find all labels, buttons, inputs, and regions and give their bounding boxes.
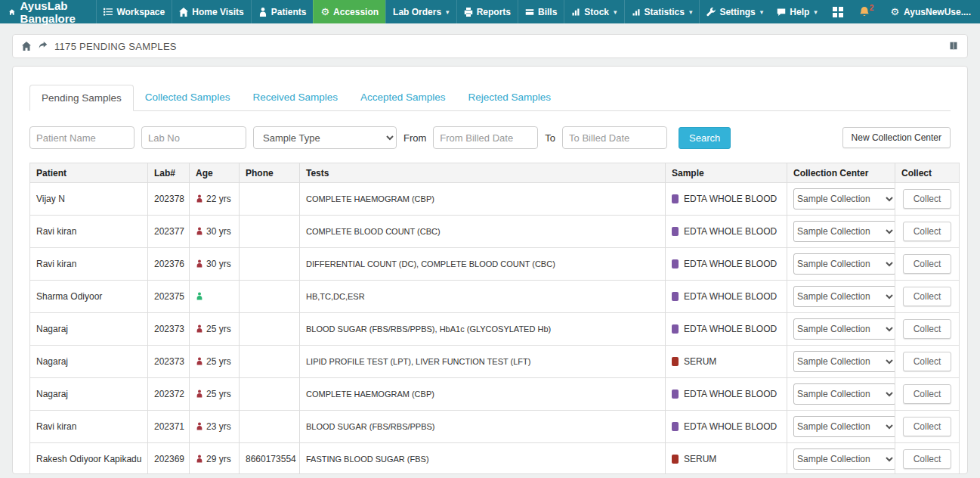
gender-icon [196,194,203,203]
sample-cell: EDTA WHOLE BLOOD [666,378,787,411]
tests-cell: COMPLETE HAEMOGRAM (CBP) [300,183,666,216]
sample-type-icon [672,227,679,236]
table-header: Patient Lab# Age Phone Tests Sample Coll… [30,163,960,183]
nav-item-home-visits[interactable]: Home Visits [172,0,250,23]
share-arrow-icon [39,42,48,51]
chat-icon [777,8,786,17]
bar-chart-icon [571,8,580,17]
lab-cell: 202378 [148,183,190,216]
nav-item-label: Accession [333,7,379,17]
gender-icon [196,226,203,236]
nav-item-label: Home Visits [192,7,243,17]
new-collection-center-button[interactable]: New Collection Center [842,127,951,148]
tests-cell: HB,TC,DC,ESR [300,281,666,313]
table-row: Nagaraj 202372 25 yrs COMPLETE HAEMOGRAM… [30,378,960,411]
help-menu[interactable]: Help ▾ [770,7,824,17]
from-billed-date-input[interactable] [433,126,538,149]
top-navbar: AyusLab Bangalore Workspace Home Visits … [0,0,980,23]
collection-center-select[interactable]: Sample Collection [793,383,895,405]
nav-item-patients[interactable]: Patients [251,0,314,23]
collection-center-select[interactable]: Sample Collection [793,286,895,307]
collection-center-select[interactable]: Sample Collection [793,449,895,470]
nav-item-workspace[interactable]: Workspace [96,0,172,23]
collect-button[interactable]: Collect [903,222,952,241]
gear-icon: ⚙ [890,7,899,17]
sample-cell: EDTA WHOLE BLOOD [666,281,787,313]
notification-count-badge: 2 [870,4,874,12]
table-row: Rakesh Odiyoor Kapikadu 202369 29 yrs 86… [30,443,960,475]
nav-item-label: Reports [477,7,511,17]
table-row: Nagaraj 202373 25 yrs BLOOD SUGAR (FBS/R… [30,313,960,346]
collection-center-select[interactable]: Sample Collection [793,221,895,242]
collect-button[interactable]: Collect [903,287,952,306]
sample-cell: EDTA WHOLE BLOOD [666,216,787,248]
to-billed-date-input[interactable] [562,126,667,149]
collection-center-select[interactable]: Sample Collection [793,416,895,437]
collection-center-cell: Sample Collection [787,313,895,346]
nav-menu: Workspace Home Visits Patients ⚙ Accessi… [96,0,770,23]
collection-center-select[interactable]: Sample Collection [793,253,895,275]
collection-center-select[interactable]: Sample Collection [793,318,895,340]
caret-down-icon: ▾ [614,8,617,16]
collection-center-select[interactable]: Sample Collection [793,188,895,210]
col-collection-center: Collection Center [787,163,895,183]
search-button[interactable]: Search [679,127,731,149]
tab-rejected-samples[interactable]: Rejected Samples [457,85,563,111]
collection-center-select[interactable]: Sample Collection [793,351,895,372]
collection-center-cell: Sample Collection [787,248,895,281]
sample-type-icon [672,422,679,431]
nav-item-accession[interactable]: ⚙ Accession [313,0,385,23]
collect-button[interactable]: Collect [903,417,952,436]
home-icon[interactable] [22,42,31,51]
sample-type-icon [672,357,679,366]
sample-cell: EDTA WHOLE BLOOD [666,248,787,281]
collect-button[interactable]: Collect [903,384,952,404]
nav-item-stock[interactable]: Stock ▾ [564,0,623,23]
sample-type-icon [672,292,679,301]
nav-item-bills[interactable]: Bills [518,0,564,23]
nav-item-lab-orders[interactable]: Lab Orders ▾ [385,0,456,23]
collect-cell: Collect [895,411,960,443]
tab-pending-samples[interactable]: Pending Samples [29,85,134,111]
sample-cell: SERUM [666,346,787,378]
col-sample: Sample [666,163,787,183]
help-label: Help [790,7,809,17]
col-collect: Collect [895,163,960,183]
patient-name-input[interactable] [29,126,134,149]
sample-cell: EDTA WHOLE BLOOD [666,411,787,443]
notifications-button[interactable]: 2 [852,7,882,17]
age-cell: 25 yrs [190,313,240,346]
tab-collected-samples[interactable]: Collected Samples [134,85,242,111]
collect-button[interactable]: Collect [903,254,952,274]
nav-item-reports[interactable]: Reports [456,0,518,23]
table-row: Ravi kiran 202376 30 yrs DIFFERENTIAL CO… [30,248,960,281]
phone-cell [240,346,300,378]
sample-cell: EDTA WHOLE BLOOD [666,183,787,216]
collect-button[interactable]: Collect [903,352,952,371]
collect-cell: Collect [895,378,960,411]
samples-tabs: Pending Samples Collected Samples Receiv… [29,85,951,111]
lab-cell: 202376 [148,248,190,281]
apps-grid-button[interactable] [824,6,852,18]
user-menu[interactable]: ⚙ AyusNewUse.... [881,7,980,17]
sample-type-select[interactable]: Sample Type [253,126,397,149]
lab-no-input[interactable] [141,126,246,149]
credit-card-icon [525,8,534,17]
collect-button[interactable]: Collect [903,449,952,469]
brand[interactable]: AyusLab Bangalore [0,0,96,23]
nav-item-statistics[interactable]: Statistics ▾ [624,0,700,23]
sample-type-icon [672,259,679,268]
collection-center-cell: Sample Collection [787,411,895,443]
journal-icon[interactable] [949,42,958,51]
nav-item-settings[interactable]: Settings ▾ [699,0,770,23]
collect-button[interactable]: Collect [903,319,952,339]
patient-cell: Sharma Odiyoor [30,281,148,313]
tab-accepted-samples[interactable]: Accepted Samples [349,85,457,111]
printer-icon [464,8,473,17]
phone-cell [240,183,300,216]
collect-button[interactable]: Collect [903,189,952,209]
tab-received-samples[interactable]: Received Samples [241,85,349,111]
gender-icon [196,389,203,399]
gender-icon [196,421,203,431]
lab-cell: 202372 [148,378,190,411]
